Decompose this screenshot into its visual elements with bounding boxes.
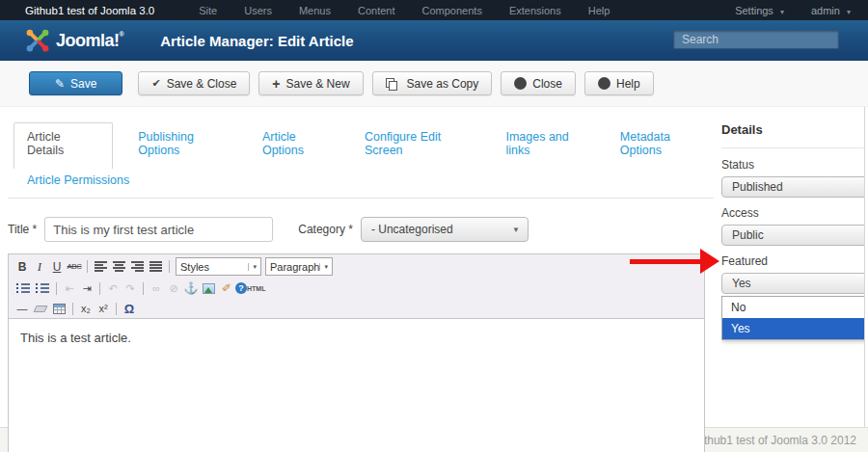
page-title: Article Manager: Edit Article (160, 33, 353, 49)
insert-image-icon[interactable] (203, 283, 215, 294)
align-center-icon[interactable] (113, 261, 125, 272)
toolbar-separator (56, 282, 57, 295)
save-new-button[interactable]: + Save & New (258, 71, 363, 95)
article-tabs: Article Details Publishing Options Artic… (8, 107, 714, 199)
topbar-right: Settings ▾ admin ▾ (708, 5, 851, 16)
search-input[interactable] (673, 30, 839, 49)
styles-select[interactable]: Styles ▾ (176, 257, 261, 276)
horizontal-rule-icon[interactable]: — (14, 301, 31, 316)
anchor-icon[interactable]: ⚓ (182, 280, 200, 296)
editor-content-area[interactable]: This is a test article. (9, 318, 704, 452)
menu-item-users[interactable]: Users (244, 5, 272, 16)
title-category-row: Title * Category * - Uncategorised ▼ (8, 217, 714, 242)
chevron-down-icon: ▾ (319, 263, 328, 271)
subscript-icon[interactable]: x₂ (77, 301, 95, 316)
joomla-logo-icon (25, 28, 50, 53)
tab-article-details[interactable]: Article Details (14, 122, 113, 169)
divider (721, 147, 864, 148)
menu-item-help[interactable]: Help (588, 5, 610, 16)
tab-metadata-options[interactable]: Metadata Options (620, 123, 714, 169)
indent-icon[interactable]: ⇥ (78, 280, 95, 296)
close-circle-icon: × (514, 77, 527, 90)
save-button[interactable]: ✎ Save (29, 71, 122, 95)
title-label: Title * (8, 223, 37, 236)
plus-icon: + (272, 76, 280, 92)
outdent-icon[interactable]: ⇤ (61, 280, 78, 296)
toolbar-separator (72, 303, 73, 315)
close-button[interactable]: × Close (501, 71, 576, 95)
admin-menu: Site Users Menus Content Components Exte… (185, 5, 623, 16)
tab-article-options[interactable]: Article Options (262, 123, 339, 169)
check-icon: ✔ (151, 77, 160, 90)
site-brand[interactable]: Github1 test of Joomla 3.0 (25, 5, 154, 16)
category-select[interactable]: - Uncategorised ▼ (361, 217, 529, 242)
undo-icon[interactable]: ↶ (104, 280, 122, 296)
menu-item-components[interactable]: Components (422, 5, 482, 16)
main-column: Article Details Publishing Options Artic… (0, 107, 714, 452)
featured-select[interactable]: Yes (721, 273, 864, 294)
category-label: Category * (298, 223, 353, 236)
chevron-down-icon: ▾ (847, 8, 851, 16)
bullet-list-icon[interactable] (16, 283, 30, 294)
tab-configure-edit-screen[interactable]: Configure Edit Screen (365, 123, 480, 169)
chevron-down-icon: ▾ (248, 263, 257, 271)
remove-format-icon[interactable] (33, 306, 47, 312)
paragraph-format-select[interactable]: Paragraph ▾ (265, 257, 333, 276)
tab-images-and-links[interactable]: Images and links (505, 123, 594, 169)
featured-label: Featured (721, 254, 864, 268)
access-label: Access (721, 206, 864, 220)
settings-dropdown[interactable]: Settings ▾ (735, 5, 784, 16)
help-circle-icon: ? (598, 77, 610, 90)
title-input[interactable] (44, 217, 273, 242)
tab-publishing-options[interactable]: Publishing Options (138, 123, 237, 169)
special-char-icon[interactable]: Ω (121, 301, 138, 316)
insert-link-icon[interactable]: ∞ (148, 280, 165, 296)
editor-toolbar-row3: — x₂ x² Ω (9, 298, 704, 318)
menu-item-content[interactable]: Content (358, 5, 395, 16)
superscript-icon[interactable]: x² (95, 301, 112, 316)
unlink-icon[interactable]: ⊘ (165, 280, 182, 296)
joomla-logo-text: Joomla!® (56, 31, 123, 51)
strikethrough-icon[interactable]: ABC (66, 259, 83, 275)
numbered-list-icon[interactable] (36, 283, 49, 294)
save-close-button[interactable]: ✔ Save & Close (138, 71, 250, 95)
cleanup-code-icon[interactable]: ✐ (218, 280, 235, 296)
toolbar-separator (116, 303, 117, 315)
action-toolbar: ✎ Save ✔ Save & Close + Save & New Save … (0, 61, 868, 107)
insert-table-icon[interactable] (53, 304, 66, 314)
bold-icon[interactable]: B (14, 259, 31, 275)
copy-icon (386, 78, 395, 89)
menu-item-site[interactable]: Site (199, 5, 217, 16)
toolbar-separator (87, 260, 88, 273)
save-copy-button[interactable]: Save as Copy (372, 71, 493, 95)
align-left-icon[interactable] (95, 261, 107, 272)
italic-icon[interactable]: I (31, 259, 48, 275)
details-heading: Details (721, 122, 864, 137)
underline-icon[interactable]: U (48, 259, 66, 275)
toolbar-separator (169, 260, 170, 273)
joomla-logo: Joomla!® (25, 28, 123, 53)
access-select[interactable]: Public (721, 225, 864, 246)
featured-dropdown-list: No Yes (721, 296, 864, 340)
status-select[interactable]: Published (721, 176, 864, 198)
redo-icon[interactable]: ↷ (122, 280, 139, 296)
menu-item-extensions[interactable]: Extensions (509, 5, 561, 16)
menu-item-menus[interactable]: Menus (299, 5, 331, 16)
wysiwyg-editor: B I U ABC Styles ▾ Paragraph ▾ (8, 253, 705, 452)
featured-option-yes[interactable]: Yes (722, 318, 864, 339)
edit-pencil-icon: ✎ (55, 77, 65, 91)
toolbar-separator (99, 282, 100, 295)
edit-article-content: Article Details Publishing Options Artic… (0, 107, 865, 427)
admin-top-bar: Github1 test of Joomla 3.0 Site Users Me… (0, 0, 868, 20)
editor-help-icon[interactable]: ? (235, 282, 247, 294)
chevron-down-icon: ▾ (780, 8, 784, 16)
admin-user-dropdown[interactable]: admin ▾ (811, 5, 851, 16)
page-header: Joomla!® Article Manager: Edit Article (0, 20, 868, 61)
toolbar-separator (143, 282, 144, 295)
html-source-icon[interactable]: HTML (247, 280, 265, 296)
align-right-icon[interactable] (131, 261, 144, 272)
align-justify-icon[interactable] (149, 261, 162, 272)
tab-article-permissions[interactable]: Article Permissions (27, 167, 129, 199)
help-button[interactable]: ? Help (584, 71, 654, 95)
featured-option-no[interactable]: No (722, 297, 864, 318)
